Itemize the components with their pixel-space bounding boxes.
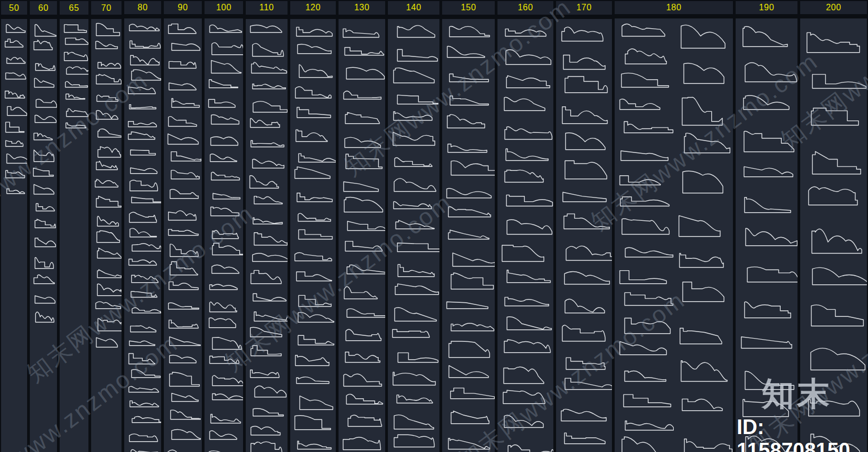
molding-profile-thumbnail xyxy=(446,44,486,58)
molding-profile-thumbnail xyxy=(624,411,674,431)
molding-profile-thumbnail xyxy=(343,368,382,387)
molding-profile-thumbnail xyxy=(296,186,333,202)
molding-profile-thumbnail xyxy=(169,260,199,276)
molding-profile-thumbnail xyxy=(563,211,610,230)
molding-profile-thumbnail xyxy=(34,111,57,123)
molding-profile-thumbnail xyxy=(169,242,199,257)
molding-profile-thumbnail xyxy=(128,351,156,365)
molding-profile-thumbnail xyxy=(623,118,674,133)
molding-profile-thumbnail xyxy=(252,211,283,225)
molding-profile-thumbnail xyxy=(250,420,281,436)
molding-profile-thumbnail xyxy=(448,203,492,218)
molding-profile-thumbnail xyxy=(507,436,553,452)
molding-profile-thumbnail xyxy=(95,108,119,120)
molding-profile-thumbnail xyxy=(297,434,332,450)
molding-profile-thumbnail xyxy=(208,316,237,328)
molding-profile-thumbnail xyxy=(623,387,672,408)
molding-profile-thumbnail xyxy=(294,248,333,262)
column-size-label: 130 xyxy=(354,3,369,12)
profile-list xyxy=(60,19,88,452)
molding-profile-thumbnail xyxy=(210,168,240,181)
column-size-label: 120 xyxy=(305,3,321,12)
profile-list xyxy=(30,19,57,452)
profile-column-80: 80 xyxy=(124,1,161,452)
molding-profile-thumbnail xyxy=(253,230,288,246)
molding-profile-thumbnail xyxy=(209,426,238,440)
molding-profile-thumbnail xyxy=(563,48,606,70)
molding-profile-thumbnail xyxy=(5,119,25,133)
column-size-label: 190 xyxy=(759,3,774,12)
molding-profile-thumbnail xyxy=(743,123,795,152)
molding-profile-thumbnail xyxy=(503,363,545,384)
molding-profile-thumbnail xyxy=(4,37,24,48)
molding-profile-thumbnail xyxy=(506,314,552,330)
molding-profile-thumbnail xyxy=(506,265,551,283)
column-size-label: 110 xyxy=(259,3,274,12)
molding-profile-thumbnail xyxy=(681,390,723,411)
molding-profile-thumbnail xyxy=(505,46,552,65)
profile-stack xyxy=(442,21,495,452)
molding-profile-thumbnail xyxy=(34,236,56,247)
molding-profile-thumbnail xyxy=(171,390,199,402)
molding-profile-thumbnail xyxy=(252,287,287,302)
molding-profile-thumbnail xyxy=(345,325,382,341)
molding-profile-thumbnail xyxy=(298,62,333,78)
profile-stack xyxy=(388,21,439,452)
profile-column-70: 70 xyxy=(91,1,122,452)
molding-profile-thumbnail xyxy=(131,272,159,283)
molding-profile-thumbnail xyxy=(251,59,288,74)
molding-profile-thumbnail xyxy=(295,124,328,142)
profile-list xyxy=(615,18,733,452)
profile-stack xyxy=(339,21,385,452)
molding-profile-thumbnail xyxy=(561,103,608,124)
column-size-label: 180 xyxy=(666,3,681,12)
molding-profile-thumbnail xyxy=(344,130,381,148)
molding-profile-thumbnail xyxy=(295,83,332,99)
molding-profile-thumbnail xyxy=(129,99,157,110)
molding-profile-thumbnail xyxy=(211,260,240,274)
molding-profile-thumbnail xyxy=(502,387,546,404)
profile-stack xyxy=(205,21,243,452)
molding-profile-thumbnail xyxy=(95,299,122,309)
molding-profile-thumbnail xyxy=(250,363,280,378)
molding-profile-thumbnail xyxy=(170,150,202,162)
molding-profile-thumbnail xyxy=(393,434,435,448)
profile-column-50: 50 xyxy=(1,1,27,452)
molding-profile-thumbnail xyxy=(448,363,489,378)
molding-profile-thumbnail xyxy=(35,93,57,108)
molding-profile-thumbnail xyxy=(560,401,607,422)
column-size-label: 150 xyxy=(461,3,476,12)
profile-list xyxy=(164,18,202,452)
molding-profile-thumbnail xyxy=(295,351,330,366)
molding-profile-thumbnail xyxy=(253,192,283,205)
molding-profile-thumbnail xyxy=(209,150,238,162)
molding-profile-thumbnail xyxy=(505,143,549,161)
molding-profile-thumbnail xyxy=(811,221,863,254)
column-size-label: 60 xyxy=(39,3,49,13)
molding-profile-thumbnail xyxy=(448,431,490,450)
profile-column-120: 120 xyxy=(290,1,336,452)
molding-profile-thumbnail xyxy=(212,242,243,256)
molding-profile-thumbnail xyxy=(565,130,606,150)
molding-profile-thumbnail xyxy=(95,21,120,36)
profile-stack xyxy=(91,21,122,452)
column-header: 120 xyxy=(290,1,336,15)
molding-profile-thumbnail xyxy=(450,317,495,332)
profile-column-110: 110 xyxy=(246,1,288,452)
molding-profile-thumbnail xyxy=(35,308,55,323)
molding-profile-thumbnail xyxy=(33,39,53,50)
molding-profile-thumbnail xyxy=(397,347,439,363)
molding-profile-thumbnail xyxy=(346,390,384,405)
molding-profile-thumbnail xyxy=(130,162,158,174)
molding-profile-thumbnail xyxy=(342,434,381,450)
column-header: 170 xyxy=(556,1,612,15)
molding-profile-thumbnail xyxy=(250,268,282,284)
molding-profile-thumbnail xyxy=(5,168,25,179)
molding-profile-thumbnail xyxy=(96,91,119,102)
molding-profile-thumbnail xyxy=(168,205,197,221)
molding-profile-thumbnail xyxy=(395,217,435,230)
molding-profile-thumbnail xyxy=(95,195,122,208)
molding-profile-thumbnail xyxy=(94,177,119,188)
molding-profile-thumbnail xyxy=(97,56,122,69)
molding-profile-thumbnail xyxy=(129,430,158,442)
